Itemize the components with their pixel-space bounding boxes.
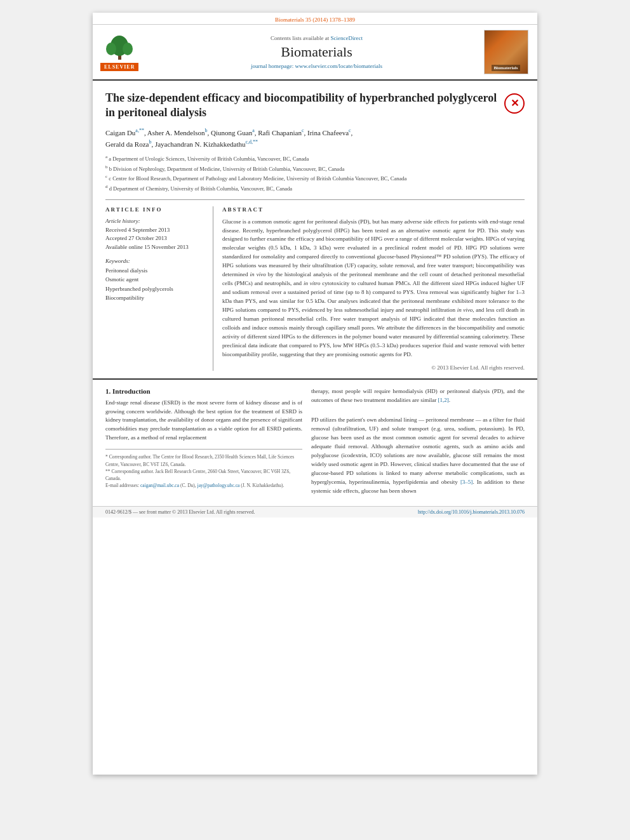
section1-text1: End-stage renal disease (ESRD) is the mo… — [105, 399, 302, 443]
elsevier-tree-icon — [102, 33, 137, 62]
keywords-list: Peritoneal dialysis Osmotic agent Hyperb… — [105, 266, 205, 303]
keyword-3: Hyperbranched polyglycerols — [105, 284, 205, 293]
issn-text: 0142-9612/$ — see front matter © 2013 El… — [105, 509, 255, 515]
copyright-line: © 2013 Elsevier Ltd. All rights reserved… — [222, 364, 525, 371]
svg-point-2 — [106, 43, 116, 55]
affiliation-c: c c Centre for Blood Research, Departmen… — [105, 173, 525, 183]
elsevier-wordmark: ELSEVIER — [100, 63, 138, 71]
section1-text2: therapy, most people will require hemodi… — [311, 387, 525, 405]
footnote-divider — [105, 449, 302, 450]
footnotes: * Corresponding author. The Centre for B… — [105, 453, 302, 489]
authors-line: Caigan Dua,**, Asher A. Mendelsonb, Qiun… — [105, 127, 525, 150]
journal-cover-thumb: Biomaterials — [482, 30, 530, 74]
section1-text3: PD utilizes the patient's own abdominal … — [311, 416, 525, 495]
journal-header: ELSEVIER Contents lists available at Sci… — [93, 25, 537, 81]
available-date: Available online 15 November 2013 — [105, 243, 205, 252]
abstract-heading: ABSTRACT — [222, 206, 525, 213]
article-info-col: ARTICLE INFO Article history: Received 4… — [105, 206, 213, 371]
article-body: The size-dependent efficacy and biocompa… — [93, 81, 537, 378]
footnote-emails: E-mail addresses: caigan@mail.ubc.ca (C.… — [105, 482, 302, 489]
page: Biomaterials 35 (2014) 1378–1389 ELSEVIE… — [93, 13, 537, 775]
article-info-heading: ARTICLE INFO — [105, 206, 205, 213]
abstract-col: ABSTRACT Glucose is a common osmotic age… — [222, 206, 525, 371]
received-date: Received 4 September 2013 — [105, 226, 205, 235]
history-label: Article history: — [105, 218, 205, 224]
sciencedirect-link[interactable]: ScienceDirect — [331, 35, 363, 41]
article-title-text: The size-dependent efficacy and biocompa… — [105, 91, 498, 121]
section1-heading: Introduction — [112, 387, 151, 395]
article-history: Article history: Received 4 September 20… — [105, 218, 205, 252]
accepted-date: Accepted 27 October 2013 — [105, 234, 205, 243]
elsevier-logo: ELSEVIER — [100, 33, 138, 71]
keyword-2: Osmotic agent — [105, 275, 205, 284]
journal-homepage: journal homepage: www.elsevier.com/locat… — [251, 63, 382, 69]
doi-link[interactable]: http://dx.doi.org/10.1016/j.biomaterials… — [418, 509, 525, 515]
affiliation-a: a a Department of Urologic Sciences, Uni… — [105, 154, 525, 163]
affiliations: a a Department of Urologic Sciences, Uni… — [105, 154, 525, 192]
email-link-jay[interactable]: jay@pathology.ubc.ca — [198, 483, 240, 488]
main-left-col: 1. Introduction End-stage renal disease … — [105, 387, 302, 496]
journal-logo-area: ELSEVIER — [100, 30, 151, 74]
email-link-du[interactable]: caigan@mail.ubc.ca — [140, 483, 179, 488]
journal-top-bar: Biomaterials 35 (2014) 1378–1389 — [93, 13, 537, 25]
affiliation-b: b b Division of Nephrology, Department o… — [105, 164, 525, 173]
journal-citation: Biomaterials 35 (2014) 1378–1389 — [275, 17, 355, 23]
keyword-1: Peritoneal dialysis — [105, 266, 205, 275]
journal-header-center: Contents lists available at ScienceDirec… — [158, 30, 476, 74]
affiliation-d: d d Department of Chemistry, University … — [105, 183, 525, 193]
footnote-star1: * Corresponding author. The Centre for B… — [105, 453, 302, 468]
keywords-label: Keywords: — [105, 258, 205, 264]
article-title-container: The size-dependent efficacy and biocompa… — [105, 91, 525, 121]
section1-number: 1. — [105, 387, 111, 395]
email-label: E-mail addresses: — [105, 483, 139, 488]
bottom-bar: 0142-9612/$ — see front matter © 2013 El… — [93, 506, 537, 517]
contents-line: Contents lists available at ScienceDirec… — [271, 35, 363, 41]
cover-label: Biomaterials — [492, 65, 519, 71]
article-info-abstract-section: ARTICLE INFO Article history: Received 4… — [105, 199, 525, 371]
main-right-col: therapy, most people will require hemodi… — [311, 387, 525, 496]
journal-title: Biomaterials — [281, 44, 352, 60]
abstract-text: Glucose is a common osmotic agent for pe… — [222, 218, 525, 359]
keywords-section: Keywords: Peritoneal dialysis Osmotic ag… — [105, 258, 205, 303]
svg-point-3 — [123, 43, 133, 55]
journal-cover-image: Biomaterials — [484, 30, 528, 74]
footnote-star2: ** Corresponding author. Jack Bell Resea… — [105, 468, 302, 483]
keyword-4: Biocompatibility — [105, 293, 205, 302]
section1-title: 1. Introduction — [105, 387, 302, 395]
main-content: 1. Introduction End-stage renal disease … — [93, 378, 537, 506]
crossmark-badge: ✕ — [504, 93, 525, 114]
